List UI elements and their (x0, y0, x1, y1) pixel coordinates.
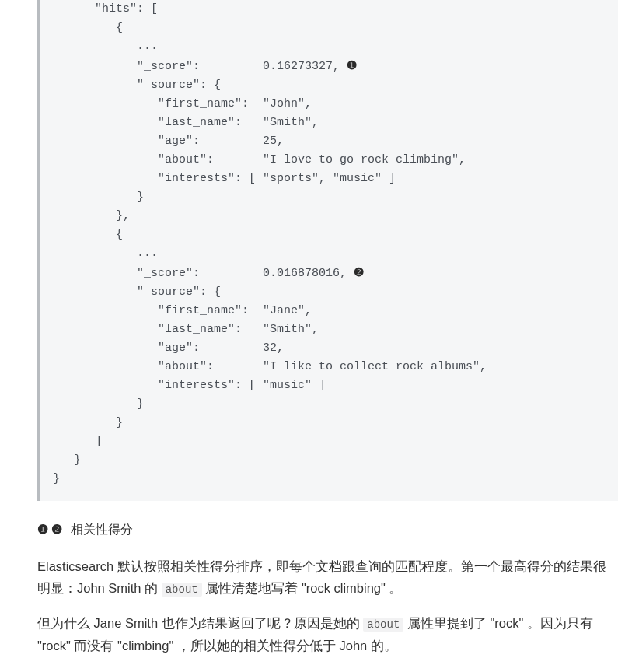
code-line: "_source": { (53, 79, 221, 92)
code-line: "interests": [ "sports", "music" ] (53, 172, 396, 185)
code-block: "hits": [ { ... "_score": 0.16273327, ❶ … (37, 0, 618, 501)
code-line: "first_name": "Jane", (53, 304, 312, 317)
note-callout-icons: ❶ ❷ (37, 523, 62, 536)
code-line: } (53, 453, 81, 467)
text: 属性清楚地写着 "rock climbing" 。 (202, 581, 403, 595)
code-line: ... (53, 247, 158, 260)
code-line: } (53, 416, 123, 429)
code-line: { (53, 21, 123, 34)
code-line: ] (53, 435, 102, 448)
code-line: "last_name": "Smith", (53, 116, 319, 129)
code-line: } (53, 472, 60, 485)
code-line: "interests": [ "music" ] (53, 379, 326, 392)
code-line: "age": 25, (53, 135, 284, 148)
paragraph-2: 但为什么 Jane Smith 也作为结果返回了呢？原因是她的 about 属性… (0, 612, 618, 657)
code-line: "hits": [ (53, 2, 158, 16)
code-line: "last_name": "Smith", (53, 323, 319, 336)
text: 但为什么 Jane Smith 也作为结果返回了呢？原因是她的 (37, 616, 363, 630)
code-line: "_score": 0.16273327, (53, 60, 347, 73)
code-line: "_source": { (53, 285, 221, 299)
paragraph-1: Elasticsearch 默认按照相关性得分排序，即每个文档跟查询的匹配程度。… (0, 555, 618, 600)
code-line: } (53, 191, 144, 204)
code-content: "hits": [ { ... "_score": 0.16273327, ❶ … (40, 0, 618, 488)
code-line: } (53, 397, 144, 411)
code-line: "first_name": "John", (53, 97, 312, 110)
callout-icon-1: ❶ (347, 56, 357, 75)
code-line: "age": 32, (53, 341, 284, 355)
code-line: }, (53, 209, 130, 222)
code-line: "_score": 0.016878016, (53, 267, 354, 280)
code-line: "about": "I like to collect rock albums"… (53, 360, 487, 373)
code-line: ... (53, 40, 158, 53)
note-text: 相关性得分 (67, 523, 132, 536)
inline-code-about: about (363, 618, 403, 632)
inline-code-about: about (162, 583, 202, 597)
callout-icon-2: ❷ (354, 263, 364, 282)
callout-notes: ❶ ❷ 相关性得分 (0, 501, 618, 540)
note-line: ❶ ❷ 相关性得分 (37, 520, 618, 540)
code-line: { (53, 228, 123, 241)
code-line: "about": "I love to go rock climbing", (53, 153, 466, 166)
